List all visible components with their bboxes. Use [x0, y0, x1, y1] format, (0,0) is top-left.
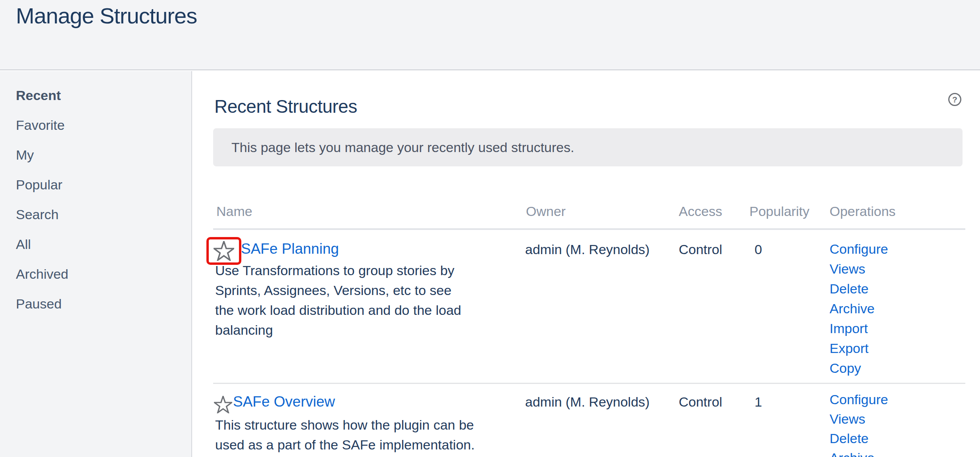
table-header-divider [213, 228, 965, 230]
section-heading: Recent Structures [214, 97, 357, 116]
sidebar-item-my[interactable]: My [0, 140, 191, 170]
column-header-access: Access [679, 204, 722, 218]
sidebar-item-recent[interactable]: Recent [0, 81, 191, 110]
access-cell: Control [679, 395, 722, 409]
favorite-star-icon[interactable] [214, 241, 234, 261]
sidebar: Recent Favorite My Popular Search All Ar… [0, 71, 192, 457]
sidebar-item-search[interactable]: Search [0, 200, 191, 229]
sidebar-item-popular[interactable]: Popular [0, 170, 191, 200]
column-header-popularity: Popularity [749, 204, 809, 218]
popularity-cell: 0 [755, 243, 762, 256]
page-title: Manage Structures [16, 5, 197, 27]
operation-copy[interactable]: Copy [830, 361, 861, 376]
sidebar-item-paused[interactable]: Paused [0, 289, 191, 319]
operations-list: Configure Views Delete Archive [830, 390, 888, 457]
operation-delete[interactable]: Delete [830, 281, 868, 296]
row-divider [213, 383, 965, 384]
operations-list: Configure Views Delete Archive Import Ex… [830, 239, 888, 378]
structure-description: This structure shows how the plugin can … [215, 415, 487, 455]
owner-cell: admin (M. Reynolds) [525, 395, 650, 409]
favorite-star-icon[interactable] [214, 396, 232, 413]
operation-archive[interactable]: Archive [830, 450, 874, 457]
column-header-operations: Operations [830, 204, 895, 218]
info-banner: This page lets you manage your recently … [213, 128, 963, 166]
sidebar-item-archived[interactable]: Archived [0, 259, 191, 289]
sidebar-nav-list: Recent Favorite My Popular Search All Ar… [0, 71, 191, 319]
manage-structures-page: Manage Structures Recent Favorite My Pop… [0, 0, 980, 457]
operation-delete[interactable]: Delete [830, 431, 868, 446]
operation-views[interactable]: Views [830, 411, 865, 426]
owner-cell: admin (M. Reynolds) [525, 243, 650, 256]
column-header-name: Name [216, 204, 252, 218]
help-icon[interactable]: ? [948, 93, 961, 106]
column-header-owner: Owner [526, 204, 566, 218]
operation-configure[interactable]: Configure [830, 241, 888, 256]
operation-import[interactable]: Import [830, 321, 868, 336]
access-cell: Control [679, 243, 722, 256]
operation-configure[interactable]: Configure [830, 392, 888, 407]
page-header: Manage Structures [0, 0, 980, 70]
structure-name-link[interactable]: SAFe Planning [241, 241, 339, 256]
structure-description: Use Transformations to group stories by … [215, 260, 471, 340]
operation-archive[interactable]: Archive [830, 301, 874, 316]
structure-name-link[interactable]: SAFe Overview [233, 394, 335, 409]
popularity-cell: 1 [755, 395, 762, 409]
operation-views[interactable]: Views [830, 261, 865, 276]
sidebar-item-all[interactable]: All [0, 229, 191, 259]
operation-export[interactable]: Export [830, 341, 868, 356]
sidebar-item-favorite[interactable]: Favorite [0, 110, 191, 140]
info-banner-text: This page lets you manage your recently … [231, 140, 574, 155]
